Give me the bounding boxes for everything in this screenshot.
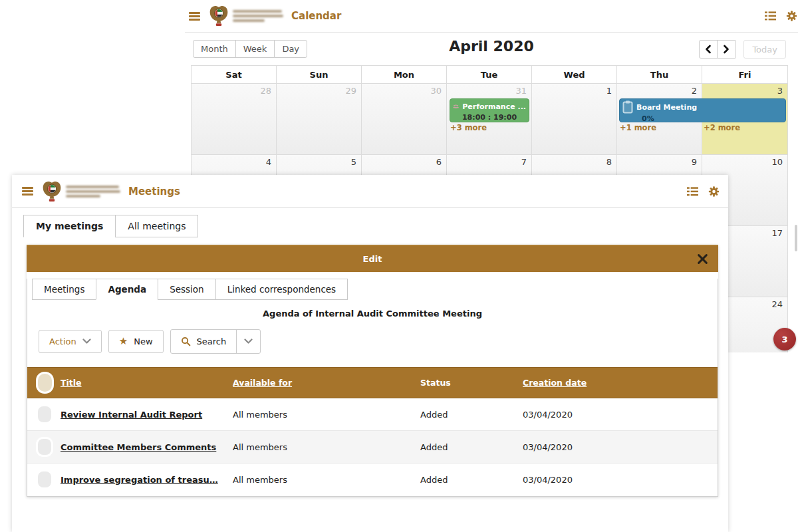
today-button[interactable]: Today bbox=[743, 40, 786, 59]
agenda-item-link[interactable]: Improve segregation of treasu… bbox=[61, 475, 233, 485]
day-number: 9 bbox=[617, 155, 702, 167]
chevron-down-icon bbox=[244, 338, 253, 344]
event-board-meeting[interactable]: Board Meeting 0% bbox=[619, 98, 786, 122]
day-cell[interactable]: 29 bbox=[277, 84, 362, 155]
uae-emblem-logo bbox=[209, 5, 229, 27]
table-row: Review Internal Audit Report All members… bbox=[27, 398, 718, 431]
table-header-row: Title Available for Status Creation date bbox=[27, 367, 718, 398]
edit-modal: Edit Meetings Agenda Session Linked corr… bbox=[27, 245, 718, 497]
org-name-blurred bbox=[66, 184, 120, 200]
menu-icon[interactable] bbox=[189, 12, 200, 21]
day-view-button[interactable]: Day bbox=[274, 40, 307, 58]
day-cell[interactable]: 28 bbox=[192, 84, 277, 155]
day-number: 28 bbox=[192, 84, 276, 96]
cell-status: Added bbox=[420, 442, 523, 452]
calendar-title: Calendar bbox=[291, 10, 341, 22]
day-number: 8 bbox=[532, 155, 616, 167]
gear-icon[interactable] bbox=[708, 186, 720, 197]
week-view-button[interactable]: Week bbox=[235, 40, 275, 58]
day-header-sun: Sun bbox=[277, 66, 362, 84]
tab-meetings[interactable]: Meetings bbox=[32, 279, 96, 300]
cell-available-for: All members bbox=[233, 475, 420, 485]
calendar-app-header: Calendar bbox=[185, 0, 798, 33]
event-progress: 0% bbox=[642, 114, 783, 123]
tab-agenda[interactable]: Agenda bbox=[96, 279, 158, 300]
agenda-table: Title Available for Status Creation date… bbox=[27, 367, 718, 495]
day-header-sat: Sat bbox=[192, 66, 277, 84]
more-link-thu[interactable]: +1 more bbox=[620, 123, 656, 132]
agenda-heading: Agenda of Internal Audit Committee Meeti… bbox=[27, 309, 718, 319]
tab-linked-correspondences[interactable]: Linked correspondences bbox=[215, 279, 348, 300]
search-split-button: Search bbox=[170, 329, 261, 354]
event-time: 18:00 : 19:00 bbox=[453, 113, 526, 122]
uae-emblem-logo bbox=[42, 180, 62, 203]
agenda-item-link[interactable]: Review Internal Audit Report bbox=[61, 410, 233, 420]
modal-tabbar: Meetings Agenda Session Linked correspon… bbox=[32, 279, 718, 300]
day-header-fri: Fri bbox=[702, 66, 787, 84]
meetings-tabbar: My meetings All meetings bbox=[23, 215, 728, 237]
clipboard-icon bbox=[622, 100, 633, 114]
row-checkbox[interactable] bbox=[38, 471, 51, 487]
prev-button[interactable] bbox=[699, 40, 718, 59]
list-icon[interactable] bbox=[687, 187, 698, 196]
chevron-right-icon bbox=[722, 45, 730, 54]
close-button[interactable] bbox=[695, 251, 710, 266]
period-title: April 2020 bbox=[449, 38, 534, 55]
cell-available-for: All members bbox=[233, 410, 420, 420]
tab-all-meetings[interactable]: All meetings bbox=[115, 215, 198, 237]
row-checkbox[interactable] bbox=[38, 439, 51, 455]
calendar-toolbar: Month Week Day April 2020 Today bbox=[185, 38, 798, 66]
event-performance[interactable]: Performance ... 18:00 : 19:00 bbox=[450, 98, 529, 122]
scrollbar-thumb[interactable] bbox=[795, 225, 797, 251]
tab-session[interactable]: Session bbox=[158, 279, 216, 300]
search-button[interactable]: Search bbox=[171, 330, 237, 353]
day-header-tue: Tue bbox=[447, 66, 532, 84]
day-cell[interactable]: 30 bbox=[362, 84, 447, 155]
chevron-down-icon bbox=[82, 338, 91, 344]
day-header-mon: Mon bbox=[362, 66, 447, 84]
day-number: 6 bbox=[362, 155, 446, 167]
search-icon bbox=[181, 336, 191, 346]
new-button[interactable]: ★ New bbox=[108, 330, 164, 353]
more-link-fri[interactable]: +2 more bbox=[704, 123, 740, 132]
org-name-blurred bbox=[233, 8, 283, 24]
view-switcher: Month Week Day bbox=[193, 40, 307, 58]
list-icon[interactable] bbox=[765, 11, 776, 21]
menu-icon[interactable] bbox=[22, 187, 33, 196]
select-all-checkbox[interactable] bbox=[38, 374, 52, 392]
cell-creation-date: 03/04/2020 bbox=[523, 442, 718, 452]
gear-icon[interactable] bbox=[786, 11, 797, 22]
table-row: Improve segregation of treasu… All membe… bbox=[27, 464, 718, 495]
agenda-item-link[interactable]: Committee Members Comments bbox=[61, 442, 233, 452]
column-header-available-for[interactable]: Available for bbox=[233, 378, 420, 388]
event-title: Performance ... bbox=[462, 102, 526, 111]
month-view-button[interactable]: Month bbox=[193, 40, 236, 58]
table-row: Committee Members Comments All members A… bbox=[27, 431, 718, 464]
cell-status: Added bbox=[420, 410, 523, 420]
day-number: 30 bbox=[362, 84, 446, 96]
meetings-app-header: Meetings bbox=[12, 175, 728, 208]
action-label: Action bbox=[49, 336, 76, 346]
day-number: 1 bbox=[532, 84, 616, 96]
chevron-left-icon bbox=[704, 45, 712, 54]
column-header-title[interactable]: Title bbox=[61, 378, 233, 388]
page-canvas: Calendar bbox=[0, 0, 798, 532]
column-header-creation-date[interactable]: Creation date bbox=[523, 378, 718, 388]
edit-modal-body: Meetings Agenda Session Linked correspon… bbox=[27, 279, 718, 497]
day-number: 3 bbox=[702, 84, 787, 96]
column-header-status: Status bbox=[420, 378, 523, 388]
day-header-wed: Wed bbox=[532, 66, 617, 84]
day-number: 4 bbox=[192, 155, 276, 167]
notification-badge[interactable]: 3 bbox=[773, 328, 796, 350]
next-button[interactable] bbox=[717, 40, 735, 59]
day-number: 7 bbox=[447, 155, 531, 167]
meetings-window: Meetings bbox=[12, 175, 728, 532]
search-options-button[interactable] bbox=[236, 330, 260, 353]
action-dropdown-button[interactable]: Action bbox=[39, 330, 102, 353]
row-checkbox[interactable] bbox=[38, 406, 51, 422]
close-icon bbox=[697, 253, 708, 265]
more-link-tue[interactable]: +3 more bbox=[450, 123, 487, 132]
day-cell[interactable]: 1 bbox=[532, 84, 617, 155]
tab-my-meetings[interactable]: My meetings bbox=[23, 215, 116, 237]
star-icon: ★ bbox=[119, 336, 128, 346]
